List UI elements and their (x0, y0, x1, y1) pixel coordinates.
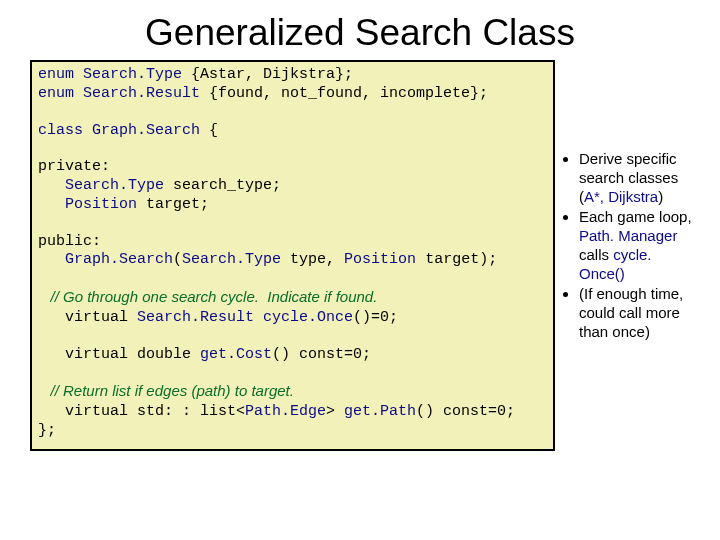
blank-line (38, 364, 547, 382)
code-line: enum Search.Type {Astar, Dijkstra}; (38, 66, 547, 85)
code-line: }; (38, 422, 547, 441)
code-line: Position target; (38, 196, 547, 215)
code-line: virtual std: : list<Path.Edge> get.Path(… (38, 403, 547, 422)
code-line: class Graph.Search { (38, 122, 547, 141)
code-comment: // Return list if edges (path) to target… (38, 382, 547, 403)
slide: Generalized Search Class enum Search.Typ… (0, 12, 720, 540)
blank-line (38, 270, 547, 288)
code-comment: // Go through one search cycle. Indicate… (38, 288, 547, 309)
bullet-item: (If enough time, could call more than on… (579, 285, 698, 341)
blank-line (38, 140, 547, 158)
bullet-item: Each game loop, Path. Manager calls cycl… (579, 208, 698, 283)
code-line: virtual Search.Result cycle.Once()=0; (38, 309, 547, 328)
slide-title: Generalized Search Class (0, 12, 720, 54)
blank-line (38, 104, 547, 122)
code-line: public: (38, 233, 547, 252)
code-line: virtual double get.Cost() const=0; (38, 346, 547, 365)
code-line: enum Search.Result {found, not_found, in… (38, 85, 547, 104)
bullet-list: Derive specific search classes (A*, Dijk… (555, 60, 698, 451)
code-line: Search.Type search_type; (38, 177, 547, 196)
blank-line (38, 215, 547, 233)
bullet-item: Derive specific search classes (A*, Dijk… (579, 150, 698, 206)
content-row: enum Search.Type {Astar, Dijkstra}; enum… (0, 60, 720, 451)
blank-line (38, 328, 547, 346)
code-box: enum Search.Type {Astar, Dijkstra}; enum… (30, 60, 555, 451)
code-line: Graph.Search(Search.Type type, Position … (38, 251, 547, 270)
code-line: private: (38, 158, 547, 177)
